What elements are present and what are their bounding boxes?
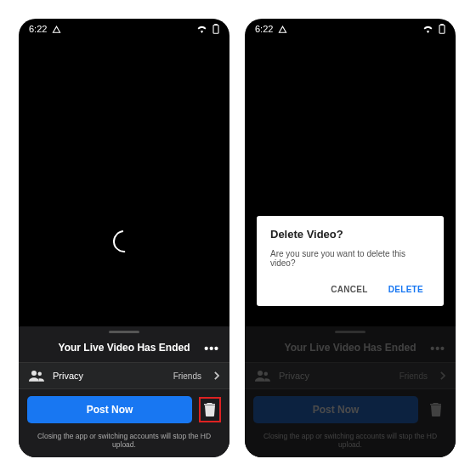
privacy-label: Privacy (279, 371, 309, 381)
trash-icon (204, 403, 216, 416)
svg-point-2 (31, 371, 37, 376)
trash-icon (430, 403, 442, 416)
svg-rect-4 (439, 26, 445, 34)
more-icon: ••• (430, 342, 445, 355)
sheet-handle[interactable] (109, 331, 139, 333)
statusbar: 6:22 (245, 19, 456, 39)
loading-spinner (113, 230, 135, 252)
privacy-row[interactable]: Privacy Friends (19, 362, 230, 389)
status-time: 6:22 (29, 24, 47, 34)
svg-point-3 (38, 372, 42, 377)
more-icon[interactable]: ••• (204, 342, 219, 355)
svg-point-6 (258, 371, 263, 376)
bottom-sheet: Your Live Video Has Ended ••• Privacy Fr… (19, 326, 230, 457)
footer-note: Closing the app or switching accounts wi… (245, 430, 456, 452)
svg-rect-0 (213, 26, 218, 34)
battery-icon (439, 24, 445, 34)
svg-point-7 (264, 372, 269, 377)
chevron-right-icon (439, 371, 445, 380)
confirm-delete-button[interactable]: DELETE (382, 280, 430, 299)
privacy-value: Friends (400, 371, 428, 381)
svg-rect-1 (215, 24, 217, 26)
footer-note: Closing the app or switching accounts wi… (19, 430, 230, 452)
wifi-icon (196, 25, 207, 33)
statusbar: 6:22 (19, 19, 230, 39)
svg-rect-5 (441, 24, 443, 26)
phone-left: 6:22 Your Live Video Has Ended ••• P (19, 19, 230, 457)
status-time: 6:22 (255, 24, 273, 34)
privacy-label: Privacy (53, 371, 83, 381)
post-now-button[interactable]: Post Now (27, 396, 192, 423)
battery-icon (212, 24, 219, 34)
warning-icon (52, 25, 61, 34)
sheet-title: Your Live Video Has Ended (285, 342, 416, 354)
friends-icon (255, 370, 270, 382)
privacy-value: Friends (173, 371, 201, 381)
sheet-title: Your Live Video Has Ended (59, 342, 190, 354)
warning-icon (278, 25, 287, 34)
friends-icon (29, 370, 44, 382)
post-now-button: Post Now (253, 396, 418, 423)
delete-button (425, 397, 447, 422)
cancel-button[interactable]: CANCEL (324, 280, 374, 299)
delete-dialog: Delete Video? Are you sure you want to d… (257, 216, 444, 306)
dialog-title: Delete Video? (270, 228, 430, 241)
privacy-row: Privacy Friends (245, 362, 456, 389)
phone-right: 6:22 Your Live Video Has Ended ••• Priva… (245, 19, 456, 457)
chevron-right-icon (213, 371, 219, 380)
dialog-message: Are you sure you want to delete this vid… (270, 249, 430, 268)
wifi-icon (422, 25, 434, 33)
sheet-handle (335, 331, 366, 333)
delete-button[interactable] (199, 397, 221, 422)
bottom-sheet: Your Live Video Has Ended ••• Privacy Fr… (245, 326, 456, 457)
